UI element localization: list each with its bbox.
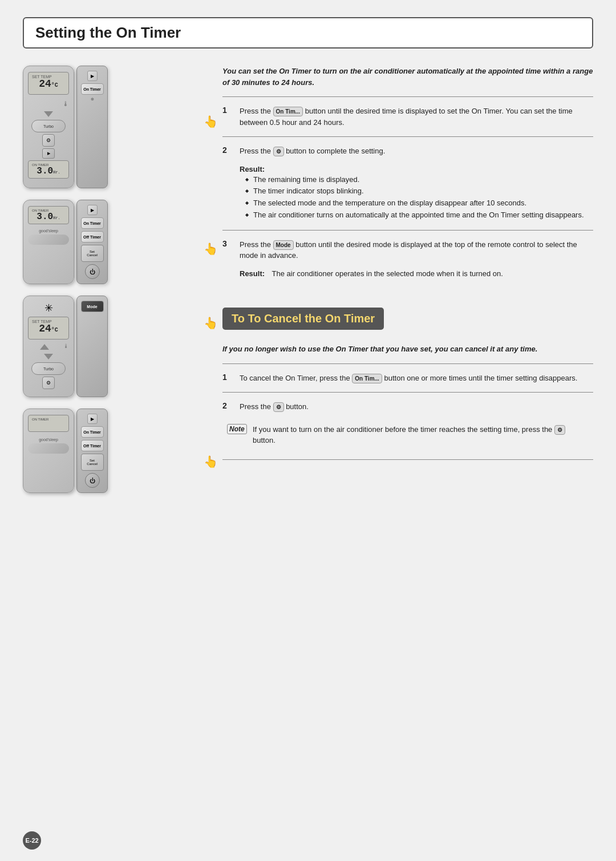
- side-panel-1: ▶ On Timer ⊕ 👆: [76, 66, 108, 188]
- page-number: E-22: [23, 831, 41, 850]
- hand-icon-1: 👆: [204, 115, 218, 128]
- remote-body-2: ON TIMER 3.0Hr. good'sleep: [23, 200, 74, 284]
- remote-body-3: ✳ SET TEMP 24°C 🌡 Turbo ⚙: [23, 296, 74, 397]
- fan-row-3: ⚙: [28, 377, 69, 389]
- set-btn-inline-2: ⚙: [273, 147, 284, 156]
- temp-value-1: 24°C: [32, 79, 65, 89]
- remote-group-3: ✳ SET TEMP 24°C 🌡 Turbo ⚙: [23, 296, 205, 397]
- page-title-box: Setting the On Timer: [23, 17, 593, 48]
- intro-text: You can set the On Timer to turn on the …: [222, 66, 593, 88]
- cancel-step-1-number: 1: [222, 373, 233, 384]
- on-timer-screen-2: ON TIMER 3.0Hr.: [28, 206, 69, 224]
- cancel-heading-box: To To Cancel the On Timer: [222, 308, 384, 330]
- note-label: Note: [227, 424, 247, 434]
- to-label: To: [232, 312, 248, 325]
- temp-down-1: [44, 111, 53, 117]
- result-item-2-3: The selected mode and the temperature on…: [245, 197, 593, 209]
- hand-icon-3: 👆: [204, 316, 218, 330]
- side-arrow-row-1: ▶: [87, 71, 98, 81]
- set-cancel-btn-2: Set Cancel: [81, 245, 104, 262]
- on-timer-side-btn-4: On Timer: [81, 426, 104, 438]
- up-arrow-3: [40, 344, 49, 350]
- divider-2: [222, 136, 593, 137]
- on-timer-btn-inline-1: On Tim...: [273, 107, 303, 116]
- oval-display-4: [28, 443, 69, 454]
- timer-value-1: 3.0Hr.: [32, 167, 65, 176]
- set-btn-note-inline: ⚙: [554, 425, 565, 435]
- step-2-block: 2 Press the ⚙ button to complete the set…: [222, 145, 593, 157]
- mode-btn-3: Mode: [81, 301, 104, 312]
- cancel-step-2-block: 2 Press the ⚙ button.: [222, 401, 593, 413]
- note-block: Note If you want to turn on the air cond…: [222, 419, 593, 451]
- down-arrow-row-3: [28, 353, 69, 361]
- on-timer-btn-cancel-inline: On Tim...: [352, 374, 382, 383]
- result-block-2: Result: The remaining time is displayed.…: [240, 164, 593, 221]
- hand-icon-2: 👆: [204, 242, 218, 256]
- temp-value-3: 24°C: [32, 324, 65, 334]
- on-timer-screen-4: ON TIMER: [28, 415, 69, 432]
- down-arrow-3: [44, 354, 53, 359]
- side-arrow-row-4: ▶: [87, 414, 98, 424]
- divider-1: [222, 96, 593, 97]
- step-2-number: 2: [222, 145, 233, 157]
- result-text-3: The air conditioner operates in the sele…: [272, 269, 503, 278]
- set-cancel-btn-4: Set Cancel: [81, 454, 104, 471]
- remote-screen-1: SET TEMP 24°C: [28, 72, 69, 95]
- good-sleep-2: good'sleep: [28, 229, 69, 233]
- cancel-label-2: Cancel: [87, 253, 98, 257]
- cancel-intro-text: If you no longer wish to use the On Time…: [222, 343, 593, 355]
- remote-group-1: SET TEMP 24°C 🌡 Turbo ⚙ ▶: [23, 66, 205, 188]
- step-1-number: 1: [222, 106, 233, 128]
- step-1-block: 1 Press the On Tim... button until the d…: [222, 106, 593, 128]
- cancel-heading: To To Cancel the On Timer: [232, 312, 375, 325]
- divider-final: [222, 459, 593, 460]
- off-timer-side-btn-2: Off Timer: [81, 231, 104, 242]
- oval-display-2: [28, 235, 69, 245]
- mode-btn-inline-3: Mode: [273, 240, 294, 250]
- hand-icon-4: 👆: [204, 455, 218, 468]
- step-3-block: 3 Press the Mode button until the desire…: [222, 239, 593, 261]
- step-2-text: Press the ⚙ button to complete the setti…: [240, 145, 385, 157]
- side-arrow-icon-4: ▶: [87, 414, 98, 424]
- remote-group-2: ON TIMER 3.0Hr. good'sleep ▶ On Timer Of…: [23, 200, 205, 284]
- on-timer-side-btn-1: On Timer: [81, 83, 104, 95]
- turbo-btn-3: Turbo: [31, 362, 66, 375]
- step-1-text: Press the On Tim... button until the des…: [240, 106, 593, 128]
- divider-cancel-2: [222, 392, 593, 393]
- power-btn-2: ⏻: [85, 264, 100, 279]
- on-timer-screen-1: ON TIMER 3.0Hr.: [28, 160, 69, 179]
- left-column: SET TEMP 24°C 🌡 Turbo ⚙ ▶: [23, 66, 205, 493]
- side-arrow-icon-2: ▶: [87, 205, 98, 215]
- timer-value-2: 3.0Hr.: [32, 212, 65, 221]
- remote-screen-3: SET TEMP 24°C: [28, 317, 69, 339]
- result-block-3: Result: The air conditioner operates in …: [240, 268, 593, 280]
- arrow-right-1: ▶: [42, 148, 55, 159]
- therm-3: 🌡: [63, 343, 69, 351]
- fan-icon-3: ⚙: [42, 377, 55, 389]
- step-3-text: Press the Mode button until the desired …: [240, 239, 593, 261]
- good-sleep-4: good'sleep: [28, 438, 69, 442]
- result-item-2-4: The air conditioner turns on automatical…: [245, 209, 593, 221]
- cancel-step-2-number: 2: [222, 401, 233, 413]
- divider-cancel-1: [222, 363, 593, 364]
- result-item-2-1: The remaining time is displayed.: [245, 174, 593, 186]
- side-panel-3: Mode 👆: [76, 296, 108, 397]
- remote-body-1: SET TEMP 24°C 🌡 Turbo ⚙ ▶: [23, 66, 74, 188]
- divider-3: [222, 230, 593, 231]
- result-item-2-2: The timer indicator stops blinking.: [245, 185, 593, 197]
- right-column: You can set the On Timer to turn on the …: [222, 66, 593, 493]
- side-arrow-icon-1: ▶: [87, 71, 98, 81]
- set-btn-cancel-inline: ⚙: [273, 402, 284, 412]
- page-title: Setting the On Timer: [35, 24, 181, 41]
- therm-icon-1: 🌡: [62, 100, 69, 108]
- fan-btn-1: ⚙: [42, 134, 55, 147]
- cancel-section: To To Cancel the On Timer If you no long…: [222, 296, 593, 460]
- result-label-2: Result:: [240, 165, 265, 173]
- main-content: SET TEMP 24°C 🌡 Turbo ⚙ ▶: [23, 66, 593, 493]
- result-items-2: The remaining time is displayed. The tim…: [240, 174, 593, 221]
- on-timer-label-4: ON TIMER: [32, 418, 65, 421]
- turbo-btn-1: Turbo: [31, 120, 66, 132]
- side-panel-2: ▶ On Timer Off Timer Set Cancel ⏻ 👆: [76, 200, 108, 284]
- off-timer-side-btn-4: Off Timer: [81, 440, 104, 451]
- cancel-step-1-text: To cancel the On Timer, press the On Tim…: [240, 373, 577, 384]
